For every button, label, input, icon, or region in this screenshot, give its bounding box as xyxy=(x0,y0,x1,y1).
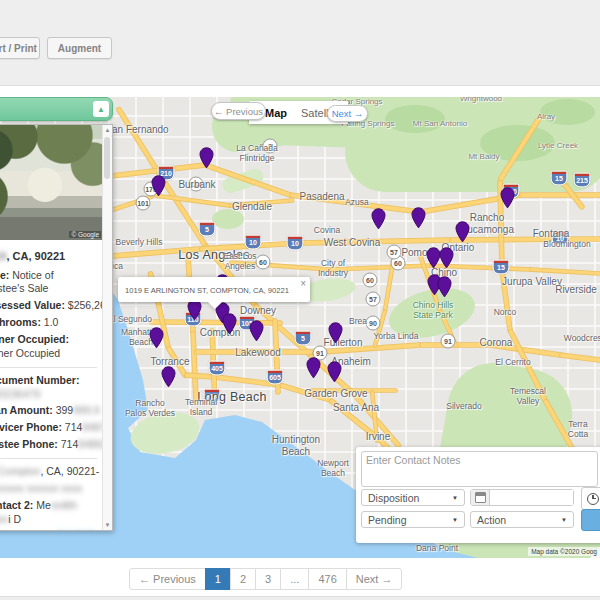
map-place-label: Silverado xyxy=(446,402,481,412)
map-place-label: West Covina xyxy=(324,237,381,249)
property-panel: ▲ © Google ▲ ▼ 1019, CA, 90221 Type: Not… xyxy=(0,97,113,531)
phone-link[interactable]: 323-8 xyxy=(30,529,57,531)
panel-scrollbar[interactable]: ▲ ▼ xyxy=(102,125,112,530)
map-road-shield: 60 xyxy=(363,273,378,288)
clock-icon xyxy=(587,493,599,505)
map-place-label: Terra Cotta xyxy=(567,420,589,440)
pagination-page-476[interactable]: 476 xyxy=(308,568,346,590)
map-property-marker[interactable] xyxy=(306,357,321,379)
time-button[interactable] xyxy=(581,487,600,510)
calendar-icon xyxy=(471,490,490,505)
pagination-previous[interactable]: ← Previous xyxy=(129,568,206,590)
map-road-shield: 10 xyxy=(287,236,304,251)
property-address-title: 1019, CA, 90221 xyxy=(0,249,97,264)
map-place-label: Brea xyxy=(349,317,367,327)
map-place-label: Mt San Antonio xyxy=(413,119,467,128)
property-panel-body: © Google ▲ ▼ 1019, CA, 90221 Type: Notic… xyxy=(0,124,113,531)
save-note-button[interactable] xyxy=(581,509,600,531)
map-place-label: San Fernando xyxy=(105,124,168,136)
map-place-label: Fontana xyxy=(533,228,570,240)
divider xyxy=(0,458,97,459)
map-place-label: El Cerrito xyxy=(495,358,530,368)
auction-type-row: Type: Notice of Trustee's Sale xyxy=(0,269,97,297)
map-attribution: Map data ©2020 Goog xyxy=(528,547,600,556)
pending-select[interactable]: Pending ▼ xyxy=(361,511,465,528)
map-place-label: Bloomington xyxy=(543,240,590,250)
map-property-marker[interactable] xyxy=(439,247,454,269)
date-input[interactable] xyxy=(490,490,573,505)
map-road-shield: 405 xyxy=(209,361,226,376)
export-print-button[interactable]: Export / Print xyxy=(0,37,40,59)
scroll-down-icon[interactable]: ▼ xyxy=(103,522,112,528)
map-property-marker[interactable] xyxy=(455,221,470,243)
disposition-select[interactable]: Disposition ▼ xyxy=(361,489,465,506)
map-place-label: Alray xyxy=(537,112,555,121)
scrollbar-thumb[interactable] xyxy=(104,137,110,179)
property-details: 1019, CA, 90221 Type: Notice of Trustee'… xyxy=(0,240,103,530)
pagination-page-1[interactable]: 1 xyxy=(205,568,231,590)
pagination: ← Previous 1 2 3 ... 476 Next → xyxy=(129,568,402,590)
map-property-marker[interactable] xyxy=(328,322,343,344)
google-photo-credit: © Google xyxy=(69,231,101,238)
pagination-next[interactable]: Next → xyxy=(346,568,403,590)
contact-notes-form: Disposition ▼ Pending ▼ Action ▼ xyxy=(356,447,600,543)
augment-button[interactable]: Augment xyxy=(47,37,112,59)
map-property-marker[interactable] xyxy=(151,175,166,197)
footer-strip xyxy=(0,596,600,600)
divider xyxy=(0,367,97,368)
map-property-marker[interactable] xyxy=(411,207,426,229)
map-place-label: Dana Point xyxy=(416,544,458,554)
contact2-row: Contact 2: Meredith Marini D xyxy=(0,499,97,527)
map-place-label: La Cañada Flintridge xyxy=(236,144,278,164)
action-select[interactable]: Action ▼ xyxy=(470,511,574,528)
map-property-marker[interactable] xyxy=(500,187,515,209)
pagination-page-3[interactable]: 3 xyxy=(255,568,281,590)
map-road-shield: 101 xyxy=(136,196,151,211)
map-property-marker[interactable] xyxy=(222,313,237,335)
loan-amount-row: Loan Amount: 399999.9 xyxy=(0,404,97,418)
map-property-marker[interactable] xyxy=(437,276,452,298)
map-place-label: Downey xyxy=(240,305,276,317)
map-property-marker[interactable] xyxy=(327,361,342,383)
map-place-label: Irvine xyxy=(366,431,390,443)
map-place-label: El Segundo xyxy=(108,315,152,325)
infowindow-close-icon[interactable]: × xyxy=(300,278,306,289)
action-select-value: Action xyxy=(477,514,506,526)
streetview-photo: © Google xyxy=(0,125,103,240)
map-road-shield: 90 xyxy=(366,316,381,331)
collapse-panel-button[interactable]: ▲ xyxy=(93,101,109,117)
map-property-marker[interactable] xyxy=(249,320,264,342)
map-place-label: Jurupa Valley xyxy=(502,276,562,288)
map-property-marker[interactable] xyxy=(161,366,176,388)
map-property-marker[interactable] xyxy=(371,208,386,230)
map-place-label: Norco xyxy=(494,308,517,318)
assessed-value-row: Assessed Value: $256,268 xyxy=(0,299,97,313)
map-place-label: Riverside xyxy=(555,284,597,296)
bathrooms-row: Bathrooms: 1.0 xyxy=(0,316,97,330)
previous-property-button[interactable]: ← Previous xyxy=(211,102,266,120)
map-road-shield: 5 xyxy=(199,222,216,237)
map-place-label: Chino Hills State Park xyxy=(413,301,454,321)
map-place-label: Mt Baldy xyxy=(468,152,499,161)
map-road-shield: 60 xyxy=(256,255,271,270)
map-canvas[interactable]: 5521021013410117021010106060601101054056… xyxy=(0,97,600,558)
map-place-label: Lakewood xyxy=(235,347,281,359)
map-type-map-button[interactable]: Map xyxy=(265,107,287,119)
map-road-shield: 15 xyxy=(551,171,568,186)
servicer-phone-row: Servicer Phone: 7148487920 xyxy=(0,421,97,435)
map-place-label: Rancho Palos Verdes xyxy=(125,399,175,419)
pagination-page-2[interactable]: 2 xyxy=(230,568,256,590)
infowindow-address: 1019 E ARLINGTON ST, COMPTON, CA, 90221 xyxy=(125,286,289,295)
map-property-marker[interactable] xyxy=(149,327,164,349)
map-place-label: Glendale xyxy=(232,201,272,213)
map-place-label: Pasadena xyxy=(299,191,344,203)
next-property-button[interactable]: Next → xyxy=(327,105,368,122)
owner-occupied-row: Owner Occupied: Owner Occupied xyxy=(0,333,97,361)
map-property-marker[interactable] xyxy=(187,299,202,321)
map-property-marker[interactable] xyxy=(199,147,214,169)
date-input-group xyxy=(470,489,574,506)
map-place-label: Lytle Creek xyxy=(538,141,578,150)
scroll-up-icon[interactable]: ▲ xyxy=(103,127,112,133)
contact-notes-textarea[interactable] xyxy=(361,451,598,487)
map-place-label: Woodcrest xyxy=(564,334,600,344)
